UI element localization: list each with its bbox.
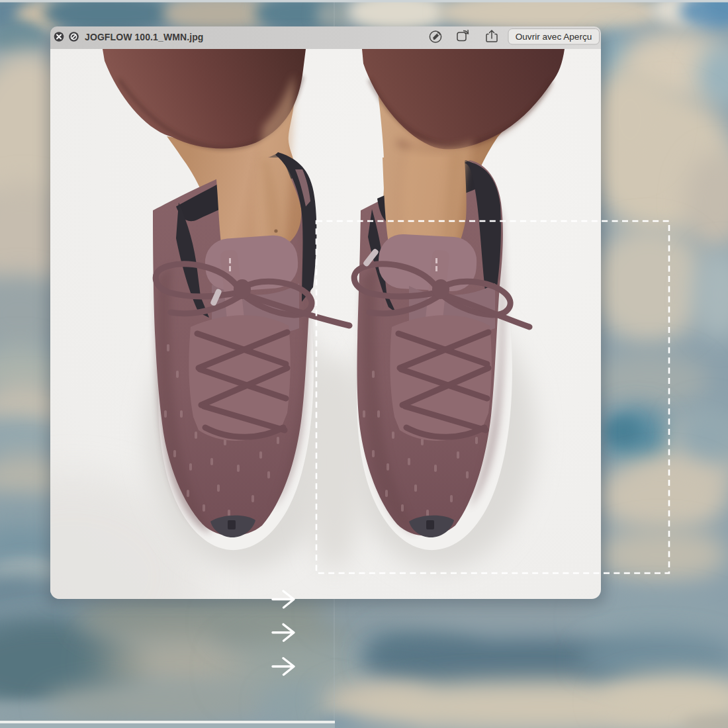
svg-text:Ouvrir avec Aperçu: Ouvrir avec Aperçu: [516, 32, 592, 42]
svg-text:JOGFLOW 100.1_WMN.jpg: JOGFLOW 100.1_WMN.jpg: [85, 32, 203, 42]
